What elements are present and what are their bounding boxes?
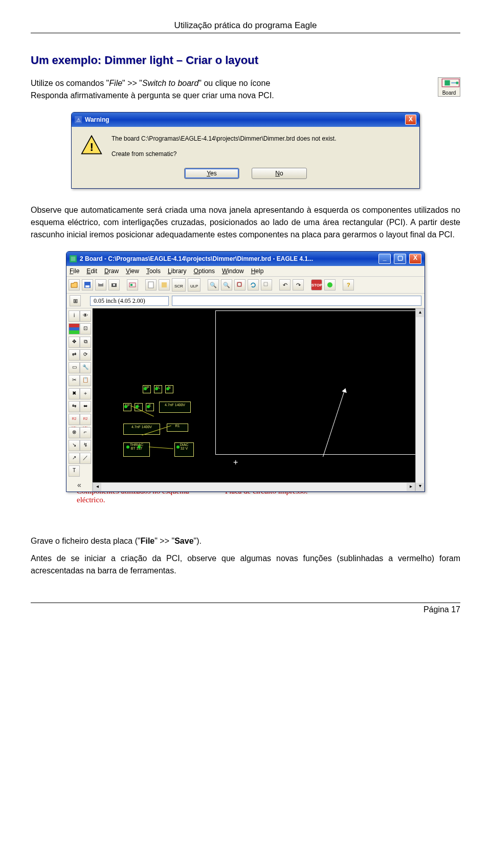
redo-icon[interactable]: ↷	[293, 279, 304, 291]
board-icon-label: Board	[438, 90, 460, 96]
svg-text:!: !	[90, 140, 94, 153]
warning-title-icon: ⚠	[75, 116, 82, 123]
text-icon[interactable]: T	[69, 465, 80, 477]
paste-icon[interactable]: 📋	[80, 375, 91, 386]
rotate-icon[interactable]: ⟳	[80, 349, 91, 361]
menu-draw[interactable]: Draw	[104, 268, 119, 275]
menubar: File Edit Draw View Tools Library Option…	[66, 266, 425, 277]
menu-help[interactable]: Help	[251, 268, 264, 275]
coord-display: 0.05 inch (4.05 2.00)	[90, 296, 169, 306]
optimize-icon[interactable]: ↯	[80, 440, 91, 451]
toolbar-main: SCR ULP 🔍 🔍 ↶ ↷ STOP ?	[66, 277, 425, 294]
board-canvas[interactable]: + NP NL N EP L E 4.7nF 1400V 4.7nF 1400V	[93, 308, 415, 482]
minimize-button[interactable]: _	[378, 254, 391, 264]
menu-library[interactable]: Library	[168, 268, 187, 275]
library-icon[interactable]	[159, 279, 170, 291]
menu-options[interactable]: Options	[194, 268, 215, 275]
origin-marker: +	[233, 458, 238, 467]
menu-window[interactable]: Window	[222, 268, 244, 275]
save-icon[interactable]	[82, 279, 93, 291]
more-tools[interactable]: «	[69, 479, 90, 489]
svg-point-20	[237, 282, 241, 286]
svg-rect-9	[71, 257, 76, 261]
svg-point-23	[327, 282, 332, 287]
open-icon[interactable]	[69, 279, 80, 291]
close-button[interactable]: X	[409, 254, 421, 264]
eagle-titlebar[interactable]: 2 Board - C:\Programas\EAGLE-4.14\projec…	[66, 252, 425, 266]
board-outline	[215, 310, 415, 455]
route-icon[interactable]: ↗	[69, 453, 80, 464]
svg-rect-19	[162, 282, 167, 287]
svg-text:⚠: ⚠	[76, 117, 81, 123]
menu-file[interactable]: File	[70, 268, 79, 275]
svg-rect-1	[444, 80, 450, 85]
info-icon[interactable]: i	[69, 310, 80, 322]
svg-point-15	[113, 284, 115, 286]
dialog-titlebar[interactable]: ⚠ Warning X	[72, 113, 419, 127]
miter-icon[interactable]: ⌐	[80, 427, 91, 438]
go-icon[interactable]	[324, 279, 336, 291]
layers-icon[interactable]	[69, 323, 80, 335]
zoom-fit-icon[interactable]	[234, 279, 246, 291]
part-c1[interactable]: 4.7nF 1400V	[123, 424, 160, 435]
pinswap-icon[interactable]: ⇆	[69, 401, 80, 412]
part-r1[interactable]: R1	[167, 424, 188, 432]
menu-tools[interactable]: Tools	[146, 268, 161, 275]
dialog-message-2: Create from schematic?	[111, 149, 410, 159]
cam-icon[interactable]	[108, 279, 120, 291]
stop-button[interactable]: STOP	[311, 279, 322, 291]
part-diac[interactable]: DIAC 32 V	[174, 442, 194, 457]
change-icon[interactable]: 🔧	[80, 362, 91, 373]
print-icon[interactable]	[95, 279, 106, 291]
add-icon[interactable]: ＋	[80, 388, 91, 399]
horizontal-scrollbar[interactable]: ◂▸	[93, 482, 415, 492]
paragraph-3: Grave o ficheiro desta placa ("File" >> …	[31, 535, 460, 547]
sheet-icon[interactable]	[145, 279, 157, 291]
show-icon[interactable]: 👁	[80, 310, 91, 322]
replace-icon[interactable]: ⬌	[80, 401, 91, 412]
cut-icon[interactable]: ✂	[69, 375, 80, 386]
paragraph-1: Board Utilize os comandos "File" >> "Swi…	[31, 77, 460, 102]
svg-rect-22	[264, 282, 267, 286]
scr-button[interactable]: SCR	[172, 278, 186, 292]
help-icon[interactable]: ?	[343, 279, 354, 291]
part-thriac[interactable]: THRIAC BT 137	[123, 442, 150, 457]
maximize-button[interactable]: ▢	[394, 254, 406, 264]
eagle-board-window: 2 Board - C:\Programas\EAGLE-4.14\projec…	[66, 251, 425, 492]
vertical-scrollbar[interactable]: ▴▾	[415, 308, 425, 492]
warning-dialog: ⚠ Warning X ! The board C:\Programas\EAG…	[71, 112, 420, 189]
move-icon[interactable]: ✥	[69, 337, 80, 348]
split-icon[interactable]: ↘	[69, 440, 80, 451]
dialog-close-button[interactable]: X	[405, 115, 416, 125]
board-switch-icon[interactable]	[127, 279, 138, 291]
zoom-in-icon[interactable]: 🔍	[208, 279, 219, 291]
side-toolbar: i 👁 ⊡ ✥ ⧉ ⇄ ⟳ ▭ 🔧 ✂ 📋 ✖ ＋ ⇆ ⬌ R210k R210…	[66, 308, 93, 492]
wire-icon[interactable]: ／	[80, 453, 91, 464]
value-r2[interactable]: R210k	[80, 414, 91, 425]
page-footer: Página 17	[31, 603, 460, 614]
zoom-out-icon[interactable]: 🔍	[221, 279, 232, 291]
menu-edit[interactable]: Edit	[86, 268, 97, 275]
delete-icon[interactable]: ✖	[69, 388, 80, 399]
svg-point-3	[456, 81, 458, 84]
menu-view[interactable]: View	[126, 268, 139, 275]
copy-icon[interactable]: ⧉	[80, 337, 91, 348]
eagle-title: 2 Board - C:\Programas\EAGLE-4.14\projec…	[80, 255, 375, 262]
part-c2[interactable]: 4.7nF 1400V	[159, 402, 191, 413]
group-icon[interactable]: ▭	[69, 362, 80, 373]
redraw-icon[interactable]	[248, 279, 259, 291]
mirror-icon[interactable]: ⇄	[69, 349, 80, 361]
undo-icon[interactable]: ↶	[279, 279, 291, 291]
smash-icon[interactable]: ⊗	[69, 427, 80, 438]
command-input[interactable]	[172, 296, 421, 306]
mark-icon[interactable]: ⊡	[80, 323, 91, 335]
dialog-yes-button[interactable]: Yes	[184, 168, 239, 179]
svg-rect-11	[85, 285, 90, 287]
dialog-no-button[interactable]: No	[252, 168, 307, 179]
svg-rect-17	[130, 284, 132, 286]
name-r2[interactable]: R210k	[69, 414, 80, 425]
ulp-button[interactable]: ULP	[188, 278, 201, 292]
board-toolbar-icon[interactable]: Board	[438, 77, 460, 97]
grid-icon[interactable]: ⊞	[70, 295, 81, 306]
zoom-window-icon[interactable]	[261, 279, 272, 291]
